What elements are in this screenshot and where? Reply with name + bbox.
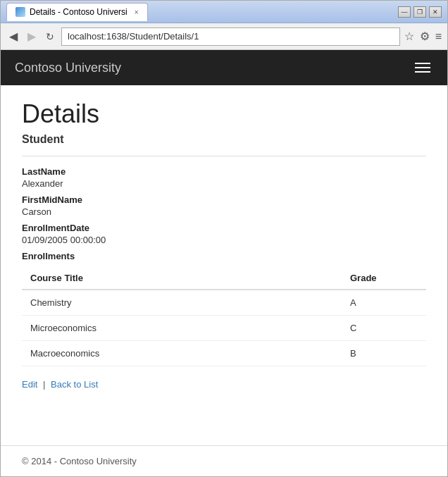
field-enrollmentdate: EnrollmentDate 01/09/2005 00:00:00 — [22, 223, 426, 245]
back-button[interactable]: ◀ — [6, 28, 20, 44]
title-bar-left: Details - Contoso Universi × — [6, 3, 148, 21]
col-header-course: Course Title — [22, 267, 342, 290]
field-label-firstname: FirstMidName — [22, 194, 426, 205]
close-button[interactable]: ✕ — [429, 6, 442, 18]
footer-text: © 2014 - Contoso University — [22, 456, 137, 466]
back-to-list-link[interactable]: Back to List — [51, 379, 98, 390]
main-content: Details Student LastName Alexander First… — [1, 85, 447, 445]
table-header-row: Course Title Grade — [22, 267, 426, 290]
refresh-button[interactable]: ↻ — [43, 30, 57, 44]
star-button[interactable]: ☆ — [404, 30, 414, 43]
app-title: Contoso University — [15, 61, 121, 75]
browser-tab[interactable]: Details - Contoso Universi × — [6, 3, 148, 21]
settings-button[interactable]: ⚙ — [420, 30, 430, 43]
field-firstname: FirstMidName Carson — [22, 194, 426, 217]
cell-course: Microeconomics — [22, 316, 342, 341]
table-row: MicroeconomicsC — [22, 316, 426, 341]
hamburger-menu[interactable] — [412, 60, 433, 75]
cell-grade: C — [342, 316, 426, 341]
field-label-enrollmentdate: EnrollmentDate — [22, 223, 426, 233]
minimize-button[interactable]: — — [398, 6, 411, 18]
field-value-enrollmentdate: 01/09/2005 00:00:00 — [22, 235, 426, 245]
forward-button[interactable]: ▶ — [25, 28, 39, 44]
app-header: Contoso University — [1, 50, 447, 85]
divider-1 — [22, 156, 426, 156]
links-row: Edit | Back to List — [22, 379, 426, 390]
field-value-firstname: Carson — [22, 206, 426, 217]
enrollments-label: Enrollments — [22, 251, 426, 261]
table-row: MacroeconomicsB — [22, 341, 426, 366]
hamburger-line-2 — [415, 67, 430, 68]
enrollments-table: Course Title Grade ChemistryAMicroeconom… — [22, 267, 426, 366]
cell-course: Macroeconomics — [22, 341, 342, 366]
tab-favicon — [15, 7, 25, 17]
field-label-lastname: LastName — [22, 166, 426, 177]
field-lastname: LastName Alexander — [22, 166, 426, 189]
restore-button[interactable]: ❐ — [413, 6, 426, 18]
hamburger-line-1 — [415, 63, 430, 64]
address-text: localhost:1638/Student/Details/1 — [68, 31, 199, 42]
cell-course: Chemistry — [22, 290, 342, 316]
browser-window: Details - Contoso Universi × — ❐ ✕ ◀ ▶ ↻… — [0, 0, 448, 477]
edit-link[interactable]: Edit — [22, 379, 37, 390]
nav-icons: ☆ ⚙ ≡ — [404, 30, 442, 43]
link-separator: | — [43, 379, 45, 390]
window-controls: — ❐ ✕ — [398, 6, 442, 18]
col-header-grade: Grade — [342, 267, 426, 290]
cell-grade: A — [342, 290, 426, 316]
field-value-lastname: Alexander — [22, 178, 426, 189]
tab-close-button[interactable]: × — [135, 8, 139, 16]
hamburger-line-3 — [415, 71, 430, 73]
tab-title: Details - Contoso Universi — [30, 7, 127, 17]
cell-grade: B — [342, 341, 426, 366]
page-title: Details — [22, 99, 426, 129]
table-row: ChemistryA — [22, 290, 426, 316]
nav-bar: ◀ ▶ ↻ localhost:1638/Student/Details/1 ☆… — [1, 23, 447, 50]
footer: © 2014 - Contoso University — [1, 445, 447, 476]
address-bar[interactable]: localhost:1638/Student/Details/1 — [61, 27, 400, 46]
section-title: Student — [22, 133, 426, 146]
menu-button[interactable]: ≡ — [435, 30, 442, 43]
title-bar: Details - Contoso Universi × — ❐ ✕ — [1, 1, 447, 23]
